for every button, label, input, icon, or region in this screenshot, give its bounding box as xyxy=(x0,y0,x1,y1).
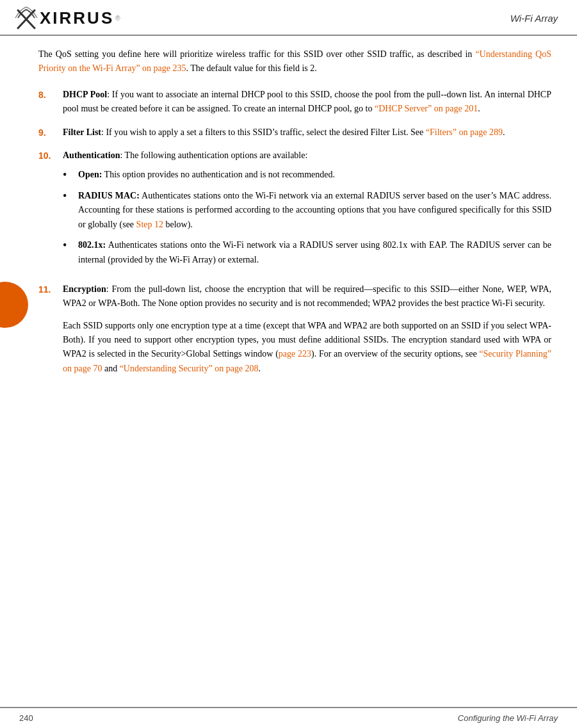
item-text-9: : If you wish to apply a set a filters t… xyxy=(101,127,426,137)
item-content-8: DHCP Pool: If you want to associate an i… xyxy=(63,88,551,117)
bullet-dot-radius: • xyxy=(63,189,78,232)
bullet-dot-open: • xyxy=(63,168,78,182)
step12-link[interactable]: Step 12 xyxy=(136,220,163,229)
intro-text-1: The QoS setting you define here will pri… xyxy=(38,49,475,59)
item-text-10: : The following authentication options a… xyxy=(120,150,307,160)
enc-para2-mid: ). For an overview of the security optio… xyxy=(311,349,479,359)
item-encryption: 11. Encryption: From the pull-down list,… xyxy=(38,282,551,376)
bullet-radius-mac: • RADIUS MAC: Authenticates stations ont… xyxy=(63,189,551,232)
main-content: The QoS setting you define here will pri… xyxy=(0,36,577,398)
bullet-text2-radius: below). xyxy=(163,220,193,229)
bullet-8021x: • 802.1x: Authenticates stations onto th… xyxy=(63,238,551,267)
item-filter-list: 9. Filter List: If you wish to apply a s… xyxy=(38,125,551,140)
auth-bullet-list: • Open: This option provides no authenti… xyxy=(63,168,551,267)
understanding-security-link[interactable]: “Understanding Security” on page 208 xyxy=(120,364,259,373)
footer-chapter-title: Configuring the Wi-Fi Array xyxy=(458,713,558,723)
item-number-10: 10. xyxy=(38,149,63,273)
bullet-label-open: Open: xyxy=(78,170,102,179)
page-header: XIRRUS ® Wi-Fi Array xyxy=(0,0,577,36)
bullet-content-open: Open: This option provides no authentica… xyxy=(78,168,551,182)
encryption-para2: Each SSID supports only one encryption t… xyxy=(63,319,551,376)
item-label-9: Filter List xyxy=(63,127,101,137)
dhcp-server-link[interactable]: “DHCP Server” on page 201 xyxy=(375,104,478,113)
logo: XIRRUS ® xyxy=(13,6,120,29)
bullet-text-open: This option provides no authentication a… xyxy=(102,170,335,179)
bullet-text-8021x: Authenticates stations onto the Wi-Fi ne… xyxy=(78,240,551,264)
item-number-9: 9. xyxy=(38,125,63,140)
enc-para2-and: and xyxy=(102,364,119,373)
item-number-11: 11. xyxy=(38,282,63,376)
bullet-open: • Open: This option provides no authenti… xyxy=(63,168,551,182)
enc-para2-end: . xyxy=(259,364,261,373)
encryption-para1: Encryption: From the pull-down list, cho… xyxy=(63,282,551,311)
item-label-8: DHCP Pool xyxy=(63,90,107,99)
bullet-content-8021x: 802.1x: Authenticates stations onto the … xyxy=(78,238,551,267)
intro-text-2: . The default value for this field is 2. xyxy=(186,63,317,73)
item-content-10: Authentication: The following authentica… xyxy=(63,149,551,273)
page-footer: 240 Configuring the Wi-Fi Array xyxy=(0,707,577,728)
logo-registered: ® xyxy=(115,15,120,22)
xirrus-logo-icon xyxy=(13,6,40,29)
item-text-11: : From the pull-down list, choose the en… xyxy=(63,284,551,308)
item-dhcp-pool: 8. DHCP Pool: If you want to associate a… xyxy=(38,88,551,117)
item-content-9: Filter List: If you wish to apply a set … xyxy=(63,125,551,140)
bullet-label-8021x: 802.1x: xyxy=(78,240,106,250)
filters-link[interactable]: “Filters” on page 289 xyxy=(426,127,503,137)
logo-text: XIRRUS xyxy=(40,8,114,28)
item-text2-8: . xyxy=(478,104,480,113)
bullet-label-radius: RADIUS MAC: xyxy=(78,191,140,200)
header-title: Wi-Fi Array xyxy=(510,13,558,24)
item-authentication: 10. Authentication: The following authen… xyxy=(38,149,551,273)
footer-page-number: 240 xyxy=(19,713,33,723)
bullet-content-radius: RADIUS MAC: Authenticates stations onto … xyxy=(78,189,551,232)
item-text2-9: . xyxy=(503,127,505,137)
item-label-10: Authentication xyxy=(63,150,120,160)
page223-link[interactable]: page 223 xyxy=(279,349,311,359)
intro-paragraph: The QoS setting you define here will pri… xyxy=(38,47,551,76)
item-label-11: Encryption xyxy=(63,284,106,294)
item-number-8: 8. xyxy=(38,88,63,117)
item-content-11: Encryption: From the pull-down list, cho… xyxy=(63,282,551,376)
bullet-dot-8021x: • xyxy=(63,238,78,267)
